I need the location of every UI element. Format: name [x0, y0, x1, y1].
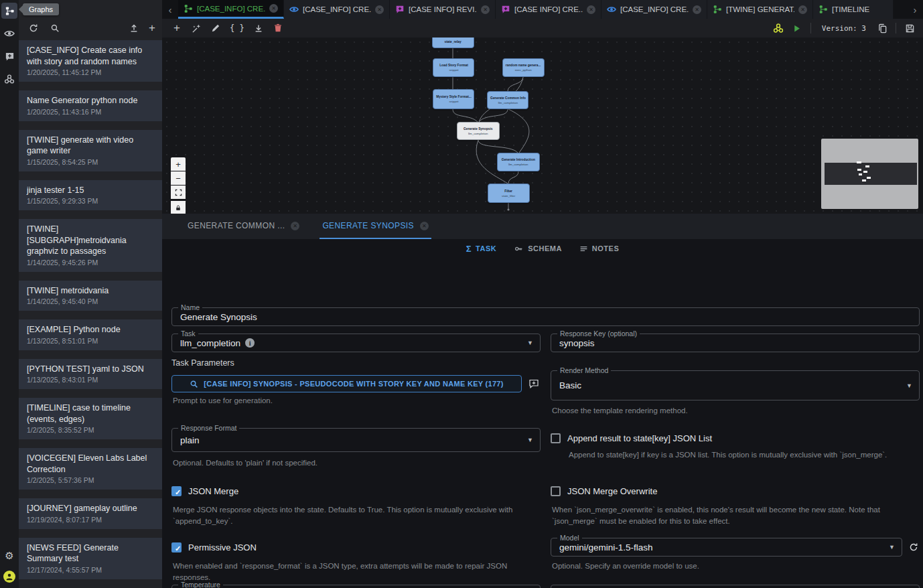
tab-bar: ‹ [CASE_INFO] CRE... ✕ [CASE_INFO] CRE..… — [162, 0, 923, 19]
json-view-icon[interactable]: { } — [230, 23, 244, 33]
checkbox-icon[interactable] — [551, 433, 561, 443]
list-item[interactable]: [JOURNEY] gameplay outline12/19/2024, 8:… — [19, 498, 162, 529]
list-item[interactable]: [CASE_INFO] Create case info with story … — [19, 40, 162, 82]
tab-case-info-create[interactable]: [CASE INFO] CRE... ✕ — [496, 0, 601, 19]
person-icon — [5, 572, 14, 581]
close-icon[interactable]: ✕ — [587, 5, 595, 14]
download-icon[interactable] — [253, 23, 264, 33]
close-icon[interactable]: ✕ — [375, 5, 384, 14]
list-item[interactable]: [TWINE] metroidvania1/14/2025, 9:45:40 P… — [19, 281, 162, 311]
render-method-helper: Choose the template rendering method. — [552, 405, 688, 417]
graph-node-selected[interactable]: Generate Synopsisllm_completion — [457, 122, 500, 140]
auto-layout-wand-icon[interactable] — [191, 23, 202, 33]
checkbox-icon[interactable] — [171, 486, 182, 496]
tab-timeline[interactable]: [TIMELINE — [813, 0, 894, 19]
settings-button[interactable]: ⚙ — [1, 548, 17, 564]
permissive-json-checkbox[interactable]: Permissive JSON — [171, 542, 257, 553]
tab-case-info-preview[interactable]: [CASE_INFO] CRE... ✕ — [284, 0, 390, 19]
tab-task[interactable]: ΣTASK — [466, 244, 496, 254]
edit-pencil-icon[interactable] — [210, 23, 221, 33]
list-item[interactable]: jinja tester 1-151/15/2025, 9:29:33 PM — [19, 180, 162, 211]
close-icon[interactable]: ✕ — [693, 5, 701, 14]
webhook-icon[interactable] — [773, 23, 784, 33]
graph-node[interactable]: Generate Common Infollm_completion — [487, 91, 528, 109]
checkbox-icon[interactable] — [551, 486, 561, 496]
zoom-out-button[interactable]: − — [171, 171, 186, 185]
tab-case-info-review[interactable]: [CASE INFO] REVI... ✕ — [390, 0, 496, 19]
json-merge-overwrite-checkbox[interactable]: JSON Merge Overwrite — [551, 486, 657, 496]
info-icon[interactable]: i — [245, 338, 255, 348]
minimap-viewport[interactable] — [825, 163, 917, 185]
rail-item-graphs[interactable] — [1, 3, 17, 19]
graph-node[interactable]: state_relay — [432, 38, 474, 48]
graph-node[interactable]: Mystery Style Format...snippet — [433, 89, 474, 109]
chevron-down-icon[interactable]: ▼ — [527, 340, 533, 346]
list-item[interactable]: [PYTHON TEST] yaml to JSON1/13/2025, 8:4… — [19, 359, 162, 390]
tabs-scroll-right-icon[interactable]: › — [907, 0, 923, 19]
model-select[interactable]: Model gemini/gemini-1.5-flash ▼ — [551, 538, 902, 557]
render-method-select[interactable]: Render Method Basic ▼ — [551, 370, 920, 400]
run-play-icon[interactable] — [792, 23, 802, 33]
save-icon[interactable] — [904, 23, 915, 33]
lock-button[interactable] — [171, 201, 186, 214]
chevron-down-icon[interactable]: ▼ — [527, 437, 533, 443]
zoom-in-button[interactable]: + — [171, 157, 186, 171]
task-select[interactable]: Task llm_completioni ▼ — [171, 334, 541, 352]
checkbox-icon[interactable] — [171, 542, 182, 553]
prompt-select-button[interactable]: [CASE INFO] SYNOPSIS - PSEUDOCODE WITH S… — [171, 375, 522, 392]
list-item[interactable]: [TWINE] generate with video game writer1… — [19, 130, 162, 171]
model-helper: Optional. Specify an override model to u… — [552, 561, 699, 572]
graph-icon — [5, 6, 15, 16]
graph-node[interactable]: Filterstate_filter — [488, 183, 530, 203]
graph-list: [CASE_INFO] Create case info with story … — [19, 38, 162, 588]
chevron-down-icon[interactable]: ▼ — [889, 544, 895, 550]
add-graph-button[interactable]: + — [149, 23, 155, 33]
tab-schema[interactable]: SCHEMA — [514, 244, 562, 253]
list-item[interactable]: [EXAMPLE] Python node1/13/2025, 8:51:01 … — [19, 319, 162, 350]
name-field[interactable]: Name Generate Synopsis — [171, 307, 920, 326]
append-to-key-checkbox[interactable]: Append result to state[key] JSON List — [551, 433, 712, 443]
refresh-icon[interactable] — [28, 23, 39, 33]
close-icon[interactable]: ✕ — [269, 4, 278, 13]
close-icon[interactable]: ✕ — [481, 5, 490, 14]
node-tab-generate-synopsis[interactable]: GENERATE SYNOPSIS ✕ — [320, 214, 431, 239]
list-item[interactable]: [TIMELINE] case to timeline (events, edg… — [19, 398, 162, 439]
temperature-field[interactable]: Temperature 1.3 — [171, 585, 541, 588]
list-item[interactable]: [VOICEGEN] Eleven Labs Label Correction1… — [19, 448, 162, 490]
add-node-icon[interactable]: + — [171, 23, 182, 33]
close-icon[interactable]: ✕ — [420, 222, 429, 230]
graph-canvas[interactable]: state_relay Load Story Formatsnippet ran… — [162, 38, 923, 214]
refresh-models-icon[interactable] — [908, 541, 920, 553]
list-item[interactable]: [NEWS FEED] Generate Summary test12/17/2… — [19, 538, 162, 579]
tab-twine-generate[interactable]: [TWINE] GENERAT... ✕ — [707, 0, 813, 19]
search-icon[interactable] — [50, 23, 60, 33]
seed-field[interactable]: Seed — [551, 585, 920, 588]
close-icon[interactable]: ✕ — [798, 5, 807, 14]
chevron-down-icon[interactable]: ▼ — [906, 382, 912, 389]
fit-view-button[interactable] — [171, 186, 186, 199]
rail-item-webhooks[interactable] — [1, 71, 17, 87]
account-avatar[interactable] — [3, 571, 15, 583]
response-key-field[interactable]: Response Key (optional) synopsis — [551, 334, 920, 352]
graph-node[interactable]: Generate Introductionllm_completion — [497, 153, 540, 171]
open-prompt-icon[interactable] — [528, 378, 540, 390]
list-item[interactable]: Name Generator python node1/20/2025, 11:… — [19, 90, 162, 121]
tabs-scroll-left-icon[interactable]: ‹ — [162, 0, 178, 19]
rail-item-prompts[interactable] — [1, 48, 17, 64]
comment-plus-icon — [395, 5, 405, 14]
node-tab-generate-common[interactable]: GENERATE COMMON ... ✕ — [185, 214, 302, 239]
tab-case-info-graph[interactable]: [CASE_INFO] CRE... ✕ — [178, 0, 284, 19]
copy-icon[interactable] — [877, 23, 888, 33]
response-format-select[interactable]: Response Format plain ▼ — [171, 428, 541, 452]
tab-case-info-preview-2[interactable]: [CASE_INFO] CRE... ✕ — [601, 0, 707, 19]
rail-item-preview[interactable] — [1, 25, 17, 42]
close-icon[interactable]: ✕ — [291, 222, 299, 230]
tab-notes[interactable]: NOTES — [579, 244, 619, 253]
graph-node[interactable]: Load Story Formatsnippet — [433, 58, 474, 77]
upload-icon[interactable] — [129, 23, 139, 33]
list-item[interactable]: [TWINE][SUBGRAPH]metroidvania graphviz t… — [19, 219, 162, 272]
delete-trash-icon[interactable] — [273, 23, 283, 33]
minimap[interactable] — [821, 139, 918, 209]
json-merge-checkbox[interactable]: JSON Merge — [171, 486, 238, 496]
graph-node[interactable]: random name genera...exec_python — [502, 58, 545, 77]
